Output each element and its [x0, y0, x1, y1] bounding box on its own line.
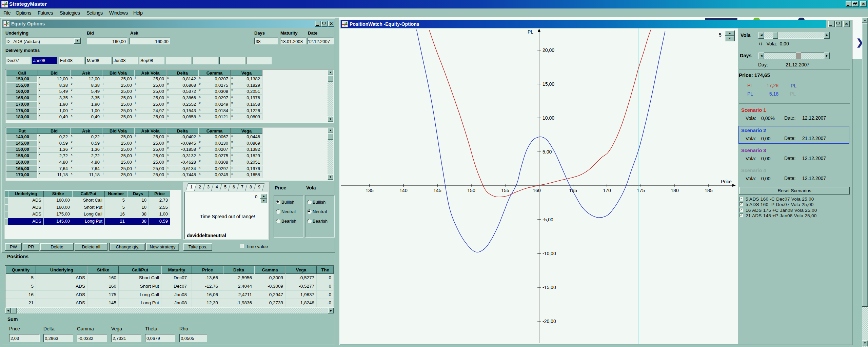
- svg-text:10,00: 10,00: [542, 115, 554, 121]
- svg-text:160: 160: [533, 188, 541, 193]
- svg-text:-10,00: -10,00: [542, 251, 556, 256]
- svg-text:155: 155: [501, 188, 509, 193]
- svg-text:20,00: 20,00: [542, 47, 554, 53]
- svg-text:140: 140: [399, 188, 408, 193]
- svg-text:150: 150: [467, 188, 475, 193]
- svg-text:180: 180: [671, 188, 679, 193]
- svg-text:-5,00: -5,00: [542, 217, 553, 222]
- svg-text:145: 145: [433, 188, 441, 193]
- svg-text:-15,00: -15,00: [542, 285, 556, 290]
- svg-text:135: 135: [366, 188, 374, 193]
- svg-text:-20,00: -20,00: [542, 319, 556, 324]
- svg-text:15,00: 15,00: [542, 81, 554, 87]
- svg-text:5,00: 5,00: [542, 149, 552, 155]
- svg-text:165: 165: [569, 188, 577, 193]
- svg-text:170: 170: [603, 188, 611, 193]
- svg-text:185: 185: [705, 188, 713, 193]
